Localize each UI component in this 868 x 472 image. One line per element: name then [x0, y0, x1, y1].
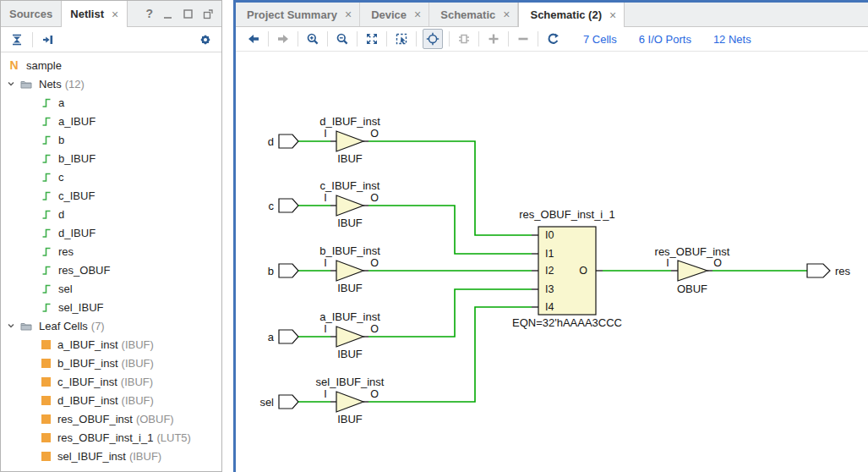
settings-gear-button[interactable]: [197, 31, 214, 48]
close-icon[interactable]: ×: [112, 8, 118, 20]
leaf-cell-icon: [41, 396, 51, 405]
zoom-fit-button[interactable]: [363, 30, 380, 47]
netlist-panel: Sources Netlist × ?: [0, 0, 222, 472]
collapse-cone-button[interactable]: [515, 30, 532, 47]
minimize-icon[interactable]: [162, 8, 173, 19]
port-label: b: [268, 265, 274, 277]
input-port-c[interactable]: c: [269, 199, 299, 212]
tree-item-net-sel[interactable]: sel: [1, 279, 221, 298]
net-icon: [41, 152, 52, 164]
expand-scroll-to-button[interactable]: [40, 31, 57, 48]
tree-item-net-c[interactable]: c: [1, 167, 221, 186]
cells-link[interactable]: 7 Cells: [583, 33, 617, 46]
zoom-to-selection-button[interactable]: [393, 30, 410, 47]
toolbar-separator: [298, 31, 298, 47]
instance-label: a_IBUF_inst: [319, 310, 380, 323]
tree-item-net-b-ibuf[interactable]: b_IBUF: [1, 149, 221, 167]
tree-group-count: (7): [91, 320, 105, 332]
input-port-sel[interactable]: sel: [259, 395, 298, 409]
tree-group-label: Leaf Cells: [39, 320, 88, 332]
wire-d-ibuf[interactable]: [368, 141, 532, 235]
settings-gear-icon: [199, 33, 212, 47]
tree-item-cell-a-ibuf-inst[interactable]: a_IBUF_inst(IBUF): [1, 335, 221, 354]
output-port-res[interactable]: res: [807, 264, 851, 277]
collapse-all-button[interactable]: [8, 31, 25, 48]
tree-item-net-a-ibuf[interactable]: a_IBUF: [1, 112, 221, 130]
tree-item-cell-d-ibuf-inst[interactable]: d_IBUF_inst(IBUF): [1, 391, 221, 409]
expand-cone-button[interactable]: [485, 30, 502, 47]
forward-button[interactable]: [275, 30, 292, 47]
wire-a-ibuf[interactable]: [368, 289, 532, 337]
toolbar-separator: [32, 32, 33, 47]
help-icon[interactable]: ?: [145, 7, 153, 20]
input-port-b[interactable]: b: [268, 264, 298, 277]
regenerate-button[interactable]: [544, 30, 561, 47]
tab-schematic[interactable]: Schematic ×: [429, 3, 518, 26]
ibuf-b-inst[interactable]: I O b_IBUF_inst IBUF: [298, 244, 380, 294]
instance-label: d_IBUF_inst: [319, 115, 380, 128]
io-ports-link[interactable]: 6 I/O Ports: [639, 33, 691, 46]
tree-item-cell-c-ibuf-inst[interactable]: c_IBUF_inst(IBUF): [1, 372, 221, 391]
ibuf-sel-inst[interactable]: I O sel_IBUF_inst IBUF: [298, 376, 385, 425]
tree-item-net-res-obuf[interactable]: res_OBUF: [1, 261, 221, 279]
tree-group-leaf-cells[interactable]: Leaf Cells (7): [1, 316, 221, 335]
ibuf-c-inst[interactable]: I O c_IBUF_inst IBUF: [298, 179, 380, 229]
tab-netlist[interactable]: Netlist ×: [61, 1, 128, 27]
pin-label: O: [713, 257, 722, 269]
tree-item-net-b[interactable]: b: [1, 130, 221, 149]
tab-label: Device: [371, 8, 407, 21]
tree-group-nets[interactable]: Nets (12): [1, 74, 221, 93]
tree-item-net-res[interactable]: res: [1, 242, 221, 261]
pin-label: I0: [545, 229, 554, 241]
tree-item-net-a[interactable]: a: [1, 93, 221, 112]
ibuf-d-inst[interactable]: I O d_IBUF_inst IBUF: [298, 115, 380, 165]
ibuf-a-inst[interactable]: I O a_IBUF_inst IBUF: [298, 310, 380, 360]
cell-type-label: IBUF: [337, 217, 363, 229]
close-icon[interactable]: ×: [503, 8, 510, 20]
tree-item-net-d-ibuf[interactable]: d_IBUF: [1, 223, 221, 242]
chevron-down-icon[interactable]: [7, 80, 15, 88]
float-icon[interactable]: [203, 8, 214, 19]
add-cell-button[interactable]: [456, 30, 472, 47]
tab-sources[interactable]: Sources: [1, 1, 61, 26]
nets-link[interactable]: 12 Nets: [713, 33, 751, 46]
back-button[interactable]: [245, 30, 262, 47]
instance-label: b_IBUF_inst: [319, 244, 380, 257]
chevron-down-icon[interactable]: [7, 321, 15, 330]
net-icon: [41, 227, 52, 239]
tree-item-net-sel-ibuf[interactable]: sel_IBUF: [1, 298, 221, 316]
schematic-canvas[interactable]: d I O d_IBUF_inst IBUF c I: [236, 52, 868, 472]
pin-label: I1: [545, 248, 554, 260]
pin-label: O: [370, 257, 379, 269]
close-icon[interactable]: ×: [414, 8, 421, 20]
tree-item-cell-b-ibuf-inst[interactable]: b_IBUF_inst(IBUF): [1, 354, 221, 372]
tab-schematic-2[interactable]: Schematic (2) ×: [518, 3, 625, 27]
tree-item-cell-res-obuf-inst-i-1[interactable]: res_OBUF_inst_i_1(LUT5): [1, 428, 221, 447]
toolbar-separator: [416, 31, 417, 47]
lut5-res-obuf-inst-i-1[interactable]: I0 I1 I2 I3 I4 O res_OBUF_inst_i_1 EQN=3…: [512, 208, 622, 329]
close-icon[interactable]: ×: [345, 8, 352, 20]
tree-item-cell-res-obuf-inst[interactable]: res_OBUF_inst(OBUF): [1, 409, 221, 428]
pin-label: I4: [545, 301, 554, 313]
netlist-toolbar: [1, 27, 221, 52]
tree-item-net-c-ibuf[interactable]: c_IBUF: [1, 186, 221, 205]
tree-root-sample[interactable]: N sample: [1, 56, 221, 74]
tab-device[interactable]: Device ×: [360, 3, 429, 26]
port-label: sel: [259, 396, 274, 409]
tree-item-net-d[interactable]: d: [1, 205, 221, 223]
cell-type: (IBUF): [122, 394, 154, 407]
tree-item-cell-sel-ibuf-inst[interactable]: sel_IBUF_inst(IBUF): [1, 447, 221, 465]
input-port-d[interactable]: d: [268, 134, 298, 148]
net-icon: [41, 301, 52, 313]
zoom-out-button[interactable]: [334, 30, 351, 47]
maximize-icon[interactable]: [183, 8, 194, 19]
wire-sel-ibuf[interactable]: [368, 307, 532, 402]
wire-c-ibuf[interactable]: [368, 206, 532, 254]
zoom-in-button[interactable]: [304, 30, 321, 47]
autofit-selection-button[interactable]: [423, 29, 443, 49]
pin-label: I: [666, 257, 669, 269]
net-label: sel_IBUF: [58, 301, 103, 314]
close-icon[interactable]: ×: [609, 9, 616, 21]
tab-project-summary[interactable]: Project Summary ×: [236, 3, 360, 26]
input-port-a[interactable]: a: [268, 330, 298, 343]
